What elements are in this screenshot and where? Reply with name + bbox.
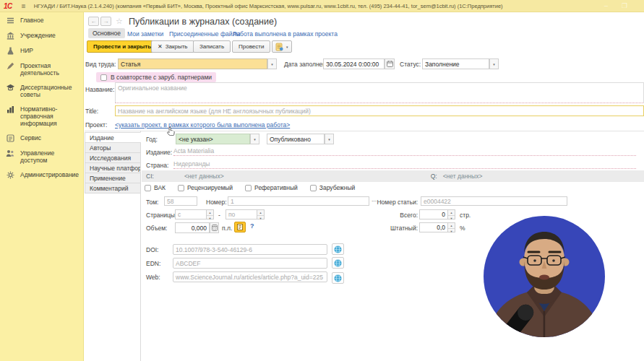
sidebar-item-administration[interactable]: Администрирование — [0, 167, 83, 182]
titlebar: 1С ≡ НГУАДИ / БИТ.Наука (2.1.4.240) (ком… — [0, 0, 644, 12]
total-input[interactable]: 0 — [419, 209, 448, 219]
minimize-icon[interactable]: – — [604, 2, 608, 9]
total-suffix: стр. — [460, 212, 471, 219]
pages-to-input[interactable]: по — [226, 209, 257, 219]
staff-input[interactable]: 0,0 — [419, 222, 448, 232]
journal-input[interactable]: Acta Materialia — [173, 147, 636, 156]
subtab-edition[interactable]: Издание — [85, 132, 141, 143]
mouse-cursor — [167, 126, 175, 139]
main-menu-icon[interactable]: ≡ — [22, 2, 26, 10]
service-icon — [6, 134, 14, 142]
sidebar-item-service[interactable]: Сервис — [0, 130, 83, 145]
volume-no-input[interactable]: 58 — [164, 196, 197, 206]
country-input[interactable]: Нидерланды — [173, 160, 636, 169]
subtab-authors[interactable]: Авторы — [85, 142, 141, 153]
tab-my-notes[interactable]: Мои заметки — [127, 30, 163, 38]
document-icon — [275, 43, 283, 51]
pages-from-input[interactable]: с — [175, 209, 207, 219]
status-dropdown-icon[interactable]: ▾ — [489, 58, 499, 69]
year-dropdown-icon[interactable]: ▾ — [250, 134, 259, 144]
issue-input[interactable]: 1 — [228, 196, 369, 206]
calculator-icon[interactable] — [210, 222, 219, 233]
doi-label: DOI: — [146, 246, 158, 253]
q-value: <нет данных> — [443, 173, 483, 180]
staff-label: Штатный: — [361, 225, 418, 232]
project-link[interactable]: <указать проект, в рамках которого была … — [115, 121, 290, 129]
year-field[interactable]: <не указан> — [176, 134, 250, 144]
foreign-checkbox[interactable] — [310, 185, 317, 191]
app-window: 1С ≡ НГУАДИ / БИТ.Наука (2.1.4.240) (ком… — [0, 0, 644, 361]
tab-work-within-project[interactable]: Работа выполнена в рамках проекта — [233, 30, 338, 38]
published-field[interactable]: Опубликовано — [267, 134, 325, 144]
sidebar-item-nir[interactable]: НИР — [0, 43, 83, 58]
presenter-portrait — [484, 216, 605, 337]
sidebar-item-project-activity[interactable]: Проектная деятельность — [0, 58, 83, 79]
forward-button[interactable]: → — [100, 17, 111, 26]
status-field[interactable]: Заполнение — [422, 58, 489, 69]
web-label: Web: — [146, 274, 160, 281]
close-button[interactable]: ✕Закрыть — [151, 40, 194, 53]
webcam-overlay — [484, 216, 605, 337]
peer-reviewed-checkbox[interactable] — [178, 185, 184, 191]
tab-attached-files[interactable]: Присоединенные файлы — [169, 30, 240, 38]
post-and-close-button[interactable]: Провести и закрыть — [87, 40, 158, 53]
building-icon — [6, 31, 14, 40]
flag-abstracted: Реферативный — [245, 184, 298, 191]
staff-suffix: % — [460, 225, 465, 232]
calendar-icon[interactable] — [385, 58, 395, 69]
volume-input[interactable]: 0,000 — [175, 222, 210, 233]
restore-icon[interactable]: ❐ — [622, 2, 627, 9]
published-dropdown-icon[interactable]: ▾ — [325, 134, 334, 144]
web-globe-icon[interactable] — [332, 272, 344, 284]
post-button[interactable]: Провести — [232, 40, 270, 53]
total-spinner[interactable]: ▲▼ — [448, 209, 455, 219]
back-button[interactable]: ← — [88, 17, 99, 26]
journal-flags: ВАК Рецензируемый Реферативный Зарубежны… — [145, 184, 355, 191]
volume-suffix: п.л. — [222, 225, 232, 232]
edn-input[interactable]: ABCDEF — [173, 258, 327, 269]
work-type-field[interactable]: Статья — [118, 58, 267, 69]
sidebar-item-main[interactable]: Главное — [0, 12, 83, 27]
tab-main[interactable]: Основное — [88, 28, 125, 38]
subtab-comment[interactable]: Комментарий — [85, 183, 141, 193]
article-no-input[interactable]: e0004422 — [421, 196, 567, 206]
menu-lines-icon — [6, 16, 14, 25]
work-type-dropdown-icon[interactable]: ▾ — [267, 58, 277, 69]
abstracted-checkbox[interactable] — [245, 185, 252, 191]
1c-logo: 1С — [4, 2, 12, 10]
window-title: НГУАДИ / БИТ.Наука (2.1.4.240) (компания… — [34, 3, 503, 9]
sidebar-item-access-control[interactable]: Управление доступом — [0, 145, 83, 167]
subtab-science-platforms[interactable]: Научные платформы — [85, 162, 141, 173]
sidebar-item-dissertation-councils[interactable]: Диссертационные советы — [0, 79, 83, 101]
flag-peer-reviewed: Рецензируемый — [178, 184, 233, 191]
staff-spinner[interactable]: ▲▼ — [448, 222, 455, 232]
work-type-label: Вид труда: — [85, 61, 116, 68]
flag-foreign: Зарубежный — [310, 184, 355, 191]
recalculate-button[interactable] — [234, 222, 246, 232]
edn-globe-icon[interactable] — [332, 257, 344, 269]
sidebar-item-reference-info[interactable]: Нормативно-справочная информация — [0, 101, 83, 130]
pages-from-spinner[interactable]: ▲▼ — [207, 209, 214, 219]
page-title: Публикации в журналах (создание) — [129, 17, 277, 27]
web-input[interactable]: www.ScienceJournal.ru/articles/article.p… — [173, 271, 327, 282]
volume-label: Объем: — [146, 225, 167, 232]
doi-globe-icon[interactable] — [332, 243, 344, 255]
q-label: Q: — [431, 173, 437, 180]
dart-icon — [6, 61, 14, 70]
favorite-star-icon[interactable]: ☆ — [116, 17, 123, 26]
write-button[interactable]: Записать — [193, 40, 231, 53]
volume-help-link[interactable]: ? — [250, 222, 254, 230]
fill-date-field[interactable]: 30.05.2024 0:00:00 — [323, 58, 385, 69]
doi-input[interactable]: 10.1007/978-3-540-46129-6 — [173, 244, 327, 255]
sidebar-item-institution[interactable]: Учреждение — [0, 27, 83, 43]
vak-checkbox[interactable] — [145, 185, 151, 191]
subtab-research[interactable]: Исследования — [85, 152, 141, 163]
pages-to-spinner[interactable]: ▲▼ — [257, 209, 265, 219]
subtab-application[interactable]: Применение — [85, 173, 141, 183]
print-menu-button[interactable]: ▾ — [272, 40, 292, 53]
title-en-input[interactable]: Название на английском языке (для НЕ анг… — [115, 105, 644, 116]
article-no-label: Номер статьи: — [361, 199, 418, 206]
coauthor-checkbox[interactable] — [100, 74, 107, 81]
graduation-cap-icon — [6, 83, 14, 92]
name-input[interactable]: Оригинальное название — [115, 82, 644, 103]
